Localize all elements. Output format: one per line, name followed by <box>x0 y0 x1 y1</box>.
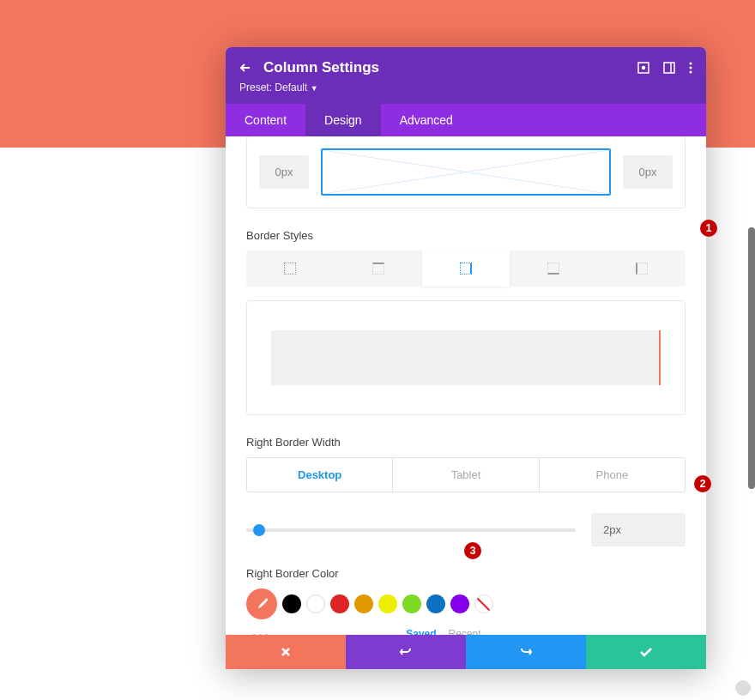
spacing-left-input[interactable] <box>259 155 309 189</box>
spacing-control <box>246 136 686 208</box>
more-colors-icon[interactable]: ••• <box>246 628 270 635</box>
modal-title: Column Settings <box>263 59 627 76</box>
modal-footer <box>226 635 706 669</box>
svg-point-5 <box>690 67 692 69</box>
spacing-right-input[interactable] <box>623 155 673 189</box>
device-tab-desktop[interactable]: Desktop <box>247 458 393 492</box>
swatch-blue[interactable] <box>426 594 445 613</box>
modal-content[interactable]: Border Styles Right Border Width Desktop… <box>226 136 706 635</box>
back-icon[interactable] <box>239 62 253 74</box>
color-swatch-row <box>246 588 686 619</box>
column-settings-modal: Column Settings Preset: Default ▼ Conten… <box>226 47 706 669</box>
preset-selector[interactable]: Preset: Default ▼ <box>239 81 692 94</box>
annotation-badge-2: 2 <box>694 475 711 492</box>
expand-icon[interactable] <box>637 62 649 74</box>
border-right-button[interactable] <box>422 250 510 287</box>
undo-button[interactable] <box>346 635 466 669</box>
border-all-button[interactable] <box>246 250 334 287</box>
saved-colors-tab[interactable]: Saved <box>406 628 436 635</box>
save-button[interactable] <box>586 635 706 669</box>
swatch-white[interactable] <box>306 594 325 613</box>
swatch-green[interactable] <box>402 594 421 613</box>
scrollbar-thumb[interactable] <box>748 227 755 489</box>
right-border-width-label: Right Border Width <box>246 436 686 449</box>
swatch-yellow[interactable] <box>378 594 397 613</box>
tab-content[interactable]: Content <box>226 104 305 136</box>
recent-colors-tab[interactable]: Recent <box>449 628 481 635</box>
device-tab-phone[interactable]: Phone <box>540 458 685 492</box>
width-slider-row <box>246 513 686 546</box>
right-border-color-label: Right Border Color <box>246 567 686 580</box>
swatch-black[interactable] <box>282 594 301 613</box>
more-icon[interactable] <box>689 62 692 74</box>
cancel-button[interactable] <box>226 635 346 669</box>
tab-bar: Content Design Advanced <box>226 104 706 136</box>
redo-button[interactable] <box>466 635 586 669</box>
svg-point-4 <box>690 63 692 65</box>
annotation-badge-3: 3 <box>464 542 481 559</box>
saved-recent-tabs: Saved Recent <box>406 628 480 635</box>
help-badge-icon[interactable] <box>735 680 751 696</box>
width-slider-thumb[interactable] <box>253 524 265 536</box>
border-styles-label: Border Styles <box>246 229 686 242</box>
modal-header: Column Settings Preset: Default ▼ <box>226 47 706 104</box>
swatch-red[interactable] <box>330 594 349 613</box>
width-slider[interactable] <box>246 528 576 532</box>
border-styles-selector <box>246 250 686 287</box>
tab-design[interactable]: Design <box>305 104 381 136</box>
swatch-none[interactable] <box>474 594 493 613</box>
width-value-input[interactable] <box>591 513 686 546</box>
device-tab-tablet[interactable]: Tablet <box>393 458 539 492</box>
device-tabs: Desktop Tablet Phone <box>246 457 686 492</box>
border-bottom-button[interactable] <box>510 250 597 287</box>
swatch-purple[interactable] <box>450 594 469 613</box>
border-preview <box>246 300 686 415</box>
annotation-badge-1: 1 <box>700 220 717 237</box>
tab-advanced[interactable]: Advanced <box>381 104 472 136</box>
svg-point-1 <box>643 67 645 69</box>
color-picker-button[interactable] <box>246 588 277 619</box>
svg-rect-2 <box>664 63 674 73</box>
spacing-center-box[interactable] <box>321 148 611 196</box>
border-preview-inner <box>271 330 661 385</box>
layout-icon[interactable] <box>663 62 675 74</box>
swatch-orange[interactable] <box>354 594 373 613</box>
border-left-button[interactable] <box>598 250 686 287</box>
svg-point-6 <box>690 71 692 74</box>
border-top-button[interactable] <box>334 250 421 287</box>
